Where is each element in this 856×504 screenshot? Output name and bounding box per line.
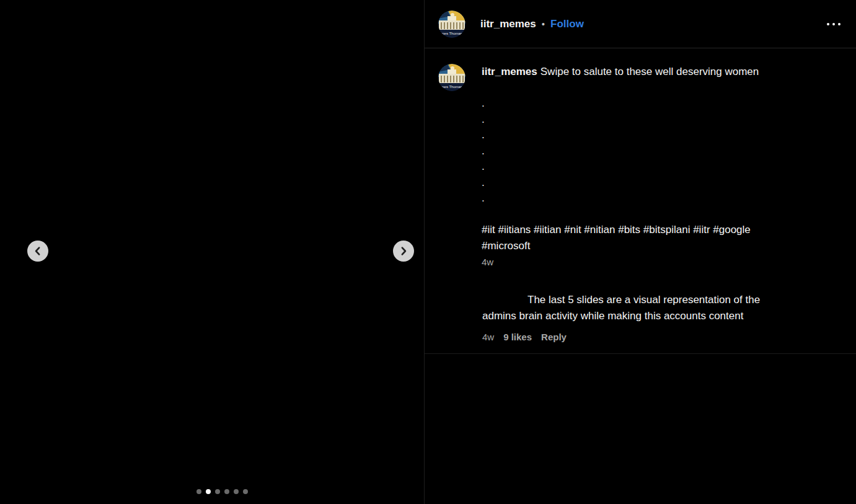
carousel-dot [243, 489, 248, 494]
instagram-post-view: iitr_memes • Follow iitr_memesSwipe to s… [0, 0, 856, 504]
comment: The last 5 slides are a visual represent… [482, 292, 839, 342]
post-media-image[interactable] [0, 0, 424, 504]
avatar-image [438, 64, 466, 91]
carousel-dot [215, 489, 220, 494]
caption-body: Swipe to salute to these well deserving … [482, 66, 759, 252]
carousel-dots [196, 489, 248, 494]
media-pane [0, 0, 424, 504]
author-avatar[interactable] [438, 11, 466, 38]
ellipsis-dot [832, 23, 835, 25]
comment-text: The last 5 slides are a visual represent… [482, 292, 839, 324]
follow-button[interactable]: Follow [550, 18, 584, 30]
comment-likes-count[interactable]: 9 likes [503, 332, 532, 342]
carousel-next-button[interactable] [393, 241, 414, 262]
comment-timestamp: 4w [482, 332, 494, 342]
caption-timestamp: 4w [482, 257, 838, 268]
comment-body: The last 5 slides are a visual represent… [482, 294, 760, 322]
comments-end-divider [425, 353, 856, 354]
caption-column: iitr_memesSwipe to salute to these well … [482, 64, 838, 268]
post-author-username[interactable]: iitr_memes [480, 18, 536, 30]
comment-reply-button[interactable]: Reply [541, 332, 567, 342]
caption-author-avatar[interactable] [438, 64, 466, 91]
comment-username-redacted [482, 303, 527, 303]
username-follow-separator: • [542, 19, 545, 29]
caption-text: iitr_memesSwipe to salute to these well … [482, 64, 838, 254]
chevron-left-icon [32, 245, 44, 257]
carousel-dot [196, 489, 201, 494]
carousel-dot [234, 489, 239, 494]
caption-username[interactable]: iitr_memes [482, 66, 537, 77]
chevron-right-icon [397, 245, 410, 257]
ellipsis-dot [838, 23, 841, 25]
carousel-dot [224, 489, 229, 494]
more-options-button[interactable] [827, 18, 841, 30]
ellipsis-dot [827, 23, 829, 25]
carousel-prev-button[interactable] [27, 241, 48, 262]
comment-meta: 4w 9 likes Reply [482, 332, 839, 342]
caption-section: iitr_memesSwipe to salute to these well … [425, 48, 856, 268]
post-detail-panel: iitr_memes • Follow iitr_memesSwipe to s… [424, 0, 856, 504]
post-header: iitr_memes • Follow [425, 0, 856, 48]
carousel-dot-active [206, 489, 211, 494]
avatar-image [438, 11, 466, 38]
